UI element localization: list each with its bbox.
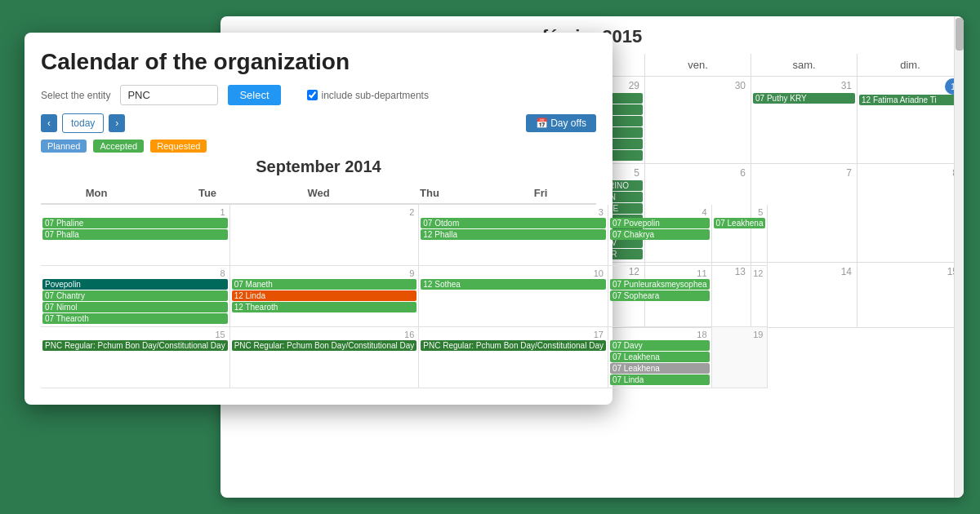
fg-event-pchum3: PNC Regular: Pchum Bon Day/Constitutiona…: [421, 340, 606, 351]
subdept-checkbox-row: include sub-departments: [307, 90, 429, 101]
fg-event-thearoth2: 12 Thearoth: [232, 302, 417, 312]
fg-day-4[interactable]: 4 07 Povepolin 07 Chakrya: [608, 205, 712, 266]
legend-planned: Planned: [41, 140, 87, 153]
fg-day-10[interactable]: 10 12 Sothea: [419, 266, 608, 327]
fg-event-linda2: 07 Linda: [610, 374, 710, 385]
today-button[interactable]: today: [62, 113, 104, 133]
fg-nav-row: ‹ today › 📅 Day offs: [41, 113, 596, 133]
fg-day-2[interactable]: 2: [230, 205, 420, 266]
legend-requested: Requested: [150, 140, 207, 153]
fg-event-leakhena1: 07 Leakhena: [714, 218, 766, 228]
fg-day-9[interactable]: 9 07 Maneth 12 Linda 12 Thearoth: [230, 266, 420, 327]
fg-header-wed: Wed: [263, 183, 374, 203]
prev-button[interactable]: ‹: [41, 114, 57, 132]
bg-day-30[interactable]: 30: [645, 77, 751, 164]
fg-event-pchum2: PNC Regular: Pchum Bon Day/Constitutiona…: [232, 340, 417, 351]
fg-event-chantry: 07 Chantry: [42, 290, 228, 301]
bg-header-dim: dim.: [858, 54, 964, 76]
scrollbar[interactable]: [954, 16, 964, 498]
fg-day-3[interactable]: 3 07 Otdom 12 Phalla: [419, 205, 608, 266]
fg-event-povepolin: 07 Povepolin: [610, 218, 710, 228]
fg-day-8[interactable]: 8 Povepolin 07 Chantry 07 Nimol 07 Thear…: [41, 266, 230, 327]
fg-event-thearoth: 07 Thearoth: [42, 313, 228, 324]
fg-cal-title: September 2014: [41, 157, 596, 176]
fg-event-davy: 07 Davy: [610, 340, 710, 351]
fg-legend: Planned Accepted Requested: [41, 140, 596, 153]
fg-cal-body: 1 07 Phaline 07 Phalla 2 3 07 Otdom 12 P…: [41, 205, 596, 388]
fg-day-17[interactable]: 17 PNC Regular: Pchum Bon Day/Constituti…: [419, 327, 608, 388]
bg-day-31[interactable]: 31 07 Puthy KRY: [751, 77, 858, 164]
bg-day-w3-7[interactable]: 15: [858, 263, 964, 328]
bg-day-1[interactable]: 1 12 Fatima Ariadne Ti: [858, 77, 964, 164]
fg-event-punleur: 07 Punleuraksmeysophea: [610, 279, 710, 290]
fg-event-nimol: 07 Nimol: [42, 302, 228, 312]
fg-event-pchum1: PNC Regular: Pchum Bon Day/Constitutiona…: [42, 340, 228, 351]
fg-day-12[interactable]: 12: [712, 266, 768, 327]
entity-label: Select the entity: [41, 90, 110, 101]
fg-event-sothea: 12 Sothea: [421, 279, 606, 290]
fg-day-19[interactable]: 19: [712, 327, 768, 388]
fg-controls-row: Select the entity Select include sub-dep…: [41, 85, 596, 105]
dayoffs-label: Day offs: [550, 117, 586, 129]
fg-event-phaline: 07 Phaline: [42, 218, 228, 228]
fg-day-16[interactable]: 16 PNC Regular: Pchum Bon Day/Constituti…: [230, 327, 420, 388]
legend-accepted: Accepted: [93, 140, 144, 153]
fg-calendar-modal: Calendar of the organization Select the …: [24, 33, 612, 405]
calendar-icon: 📅: [536, 117, 548, 129]
fg-day-15[interactable]: 15 PNC Regular: Pchum Bon Day/Constituti…: [41, 327, 230, 388]
next-button[interactable]: ›: [109, 114, 125, 132]
fg-cal-header: Mon Tue Wed Thu Fri: [41, 183, 596, 205]
dayoffs-button[interactable]: 📅 Day offs: [526, 114, 596, 132]
fg-event-phalla2: 12 Phalla: [421, 229, 606, 240]
bg-day-8[interactable]: 8: [858, 164, 964, 263]
fg-event-leakhena3: 07 Leakhena: [610, 363, 710, 374]
fg-event-sopheara: 07 Sopheara: [610, 290, 710, 301]
fg-event-leakhena2: 07 Leakhena: [610, 352, 710, 362]
fg-event-linda: 12 Linda: [232, 290, 417, 301]
fg-event-phalla: 07 Phalla: [42, 229, 228, 240]
fg-header-fri: Fri: [485, 183, 596, 203]
fg-event-maneth: 07 Maneth: [232, 279, 417, 290]
fg-day-11[interactable]: 11 07 Punleuraksmeysophea 07 Sopheara: [608, 266, 712, 327]
scrollbar-thumb[interactable]: [956, 18, 964, 51]
fg-event-povepolin2: Povepolin: [42, 279, 228, 290]
bg-header-sam: sam.: [751, 54, 858, 76]
fg-header-thu: Thu: [374, 183, 485, 203]
bg-event-puthy: 07 Puthy KRY: [753, 93, 855, 104]
fg-day-5[interactable]: 5 07 Leakhena: [712, 205, 768, 266]
fg-event-chakrya: 07 Chakrya: [610, 229, 710, 240]
fg-day-1[interactable]: 1 07 Phaline 07 Phalla: [41, 205, 230, 266]
subdept-checkbox[interactable]: [307, 90, 318, 100]
bg-header-ven: ven.: [645, 54, 751, 76]
fg-event-otdom: 07 Otdom: [421, 218, 606, 228]
subdept-label: include sub-departments: [322, 90, 429, 101]
fg-header-tue: Tue: [152, 183, 263, 203]
bg-event-fatima: 12 Fatima Ariadne Ti: [859, 95, 961, 105]
entity-input[interactable]: [120, 85, 218, 105]
fg-day-18[interactable]: 18 07 Davy 07 Leakhena 07 Leakhena 07 Li…: [608, 327, 712, 388]
select-button[interactable]: Select: [228, 85, 280, 105]
fg-header-mon: Mon: [41, 183, 152, 203]
fg-calendar-title: Calendar of the organization: [41, 49, 596, 75]
